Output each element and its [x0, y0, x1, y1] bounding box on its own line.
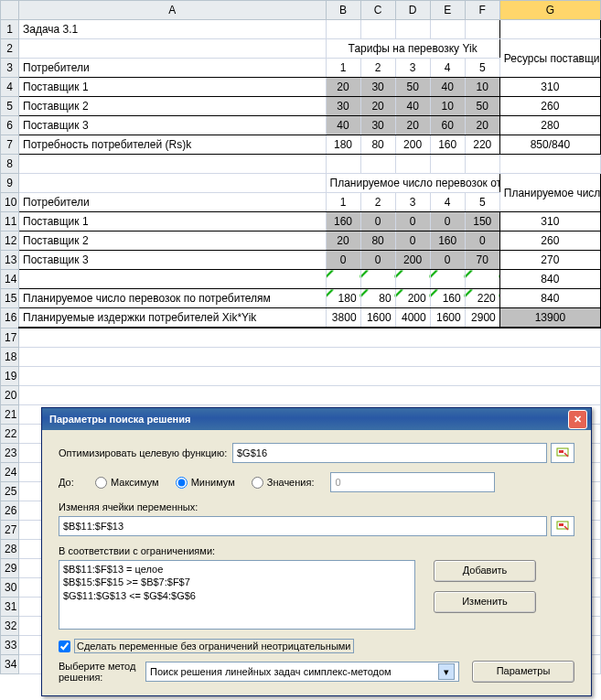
- value-input[interactable]: [330, 472, 495, 492]
- column-headers: A B C D E F G: [1, 1, 601, 20]
- col-F[interactable]: F: [465, 1, 499, 20]
- close-icon: ✕: [574, 414, 582, 425]
- constraint-item[interactable]: $B$11:$F$13 = целое: [63, 563, 411, 576]
- chevron-down-icon: ▾: [438, 663, 455, 674]
- range-icon: [556, 521, 569, 532]
- close-button[interactable]: ✕: [568, 410, 587, 429]
- params-button[interactable]: Параметры: [472, 661, 574, 674]
- constraint-item[interactable]: $G$11:$G$13 <= $G$4:$G$6: [63, 589, 411, 602]
- radio-max[interactable]: Максимум: [95, 477, 159, 489]
- col-G[interactable]: G: [499, 1, 600, 20]
- constraints-list[interactable]: $B$11:$F$13 = целое $B$15:$F$15 >= $B$7:…: [59, 560, 415, 630]
- col-E[interactable]: E: [430, 1, 465, 20]
- changing-cells-input[interactable]: [59, 516, 547, 536]
- svg-rect-3: [559, 523, 563, 526]
- method-label: Выберите метод решения:: [59, 661, 145, 674]
- col-A[interactable]: A: [19, 1, 327, 20]
- dialog-title: Параметры поиска решения: [46, 414, 568, 425]
- range-select-button[interactable]: [551, 443, 574, 463]
- col-B[interactable]: B: [326, 1, 360, 20]
- cell[interactable]: Задача 3.1: [19, 20, 327, 39]
- col-D[interactable]: D: [395, 1, 430, 20]
- row-head[interactable]: 2: [1, 39, 19, 59]
- nonneg-label: Сделать переменные без ограничений неотр…: [74, 639, 354, 653]
- header-tariffs[interactable]: Тарифы на перевозку Yik: [326, 39, 499, 59]
- changing-label: Изменяя ячейки переменных:: [59, 501, 574, 512]
- header-resources[interactable]: Ресурсы поставщиков (Rz)i: [499, 39, 600, 78]
- method-value: Поиск решения линейных задач симплекс-ме…: [150, 666, 435, 674]
- row-head[interactable]: 10: [1, 193, 19, 212]
- dialog-titlebar[interactable]: Параметры поиска решения ✕: [42, 408, 591, 430]
- cell[interactable]: Потребители: [19, 59, 327, 78]
- range-select-button[interactable]: [551, 516, 574, 536]
- svg-rect-1: [559, 450, 563, 453]
- row-head[interactable]: 13: [1, 251, 19, 270]
- header-planned[interactable]: Планируемое число перевозок от поставщик…: [326, 174, 499, 193]
- method-combo[interactable]: Поиск решения линейных задач симплекс-ме…: [145, 662, 459, 674]
- row-head[interactable]: 9: [1, 174, 19, 193]
- row-head[interactable]: 11: [1, 212, 19, 232]
- row-head[interactable]: 1: [1, 20, 19, 39]
- objective-label: Оптимизировать целевую функцию:: [59, 447, 232, 458]
- nonneg-checkbox[interactable]: [59, 641, 70, 652]
- row-head[interactable]: 8: [1, 155, 19, 174]
- row-head[interactable]: 15: [1, 289, 19, 308]
- objective-input[interactable]: [232, 443, 547, 463]
- row-head[interactable]: 5: [1, 97, 19, 116]
- to-label: До:: [59, 477, 95, 488]
- radio-value[interactable]: Значения:: [252, 477, 315, 489]
- range-icon: [556, 447, 569, 458]
- row-head[interactable]: 16: [1, 308, 19, 328]
- row-head[interactable]: 14: [1, 270, 19, 289]
- add-button[interactable]: Добавить: [434, 560, 536, 582]
- row-head[interactable]: 6: [1, 116, 19, 135]
- solver-dialog: Параметры поиска решения ✕ Оптимизироват…: [41, 407, 592, 674]
- row-head[interactable]: 3: [1, 59, 19, 78]
- col-C[interactable]: C: [360, 1, 395, 20]
- row-head[interactable]: 12: [1, 232, 19, 251]
- header-planned-supp[interactable]: Планируемое число перевозок по поставщик…: [499, 174, 600, 212]
- change-button[interactable]: Изменить: [434, 591, 536, 613]
- constraints-label: В соответствии с ограничениями:: [59, 545, 574, 556]
- constraint-item[interactable]: $B$15:$F$15 >= $B$7:$F$7: [63, 576, 411, 588]
- row-head[interactable]: 7: [1, 135, 19, 155]
- row-head[interactable]: 4: [1, 78, 19, 97]
- radio-min[interactable]: Минимум: [176, 477, 235, 489]
